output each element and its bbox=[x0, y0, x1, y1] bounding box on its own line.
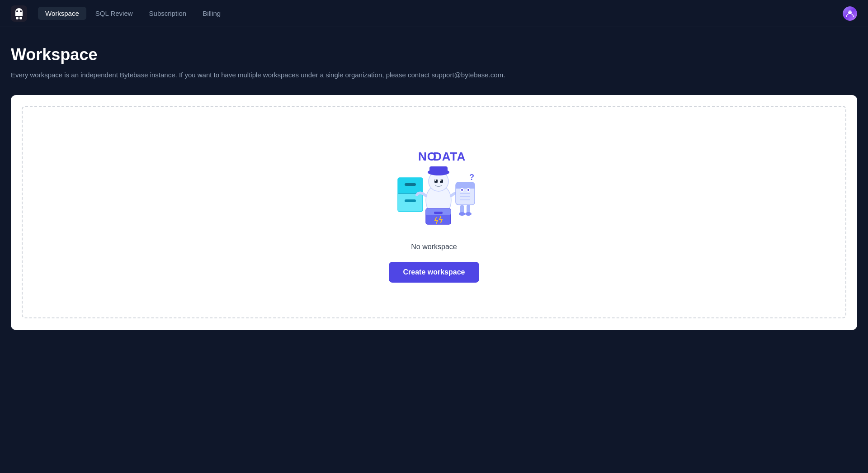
navbar: Workspace SQL Review Subscription Billin… bbox=[0, 0, 868, 27]
svg-rect-12 bbox=[405, 183, 416, 186]
svg-rect-28 bbox=[456, 185, 475, 189]
nav-logo[interactable] bbox=[11, 5, 27, 22]
svg-rect-13 bbox=[405, 199, 416, 202]
svg-text:DATA: DATA bbox=[433, 150, 466, 163]
no-workspace-label: No workspace bbox=[411, 243, 457, 251]
svg-point-21 bbox=[435, 180, 436, 181]
svg-rect-18 bbox=[429, 166, 448, 173]
nav-item-subscription[interactable]: Subscription bbox=[142, 7, 194, 20]
svg-rect-2 bbox=[15, 12, 23, 16]
svg-point-5 bbox=[16, 10, 18, 12]
empty-state-container: NO DATA bbox=[22, 106, 846, 318]
svg-point-35 bbox=[467, 189, 469, 191]
svg-point-6 bbox=[20, 10, 22, 12]
nav-item-billing[interactable]: Billing bbox=[195, 7, 228, 20]
user-avatar[interactable] bbox=[843, 6, 857, 21]
svg-point-39 bbox=[459, 212, 465, 216]
svg-point-40 bbox=[465, 212, 472, 216]
svg-text:?: ? bbox=[469, 173, 474, 182]
nav-items: Workspace SQL Review Subscription Billin… bbox=[38, 7, 228, 20]
svg-point-34 bbox=[461, 189, 463, 191]
svg-point-22 bbox=[440, 180, 442, 181]
svg-rect-25 bbox=[434, 212, 443, 214]
create-workspace-button[interactable]: Create workspace bbox=[389, 262, 480, 283]
no-data-illustration: NO DATA bbox=[384, 142, 484, 232]
main-content: Workspace Every workspace is an independ… bbox=[0, 27, 868, 348]
workspace-card: NO DATA bbox=[11, 95, 857, 330]
page-description: Every workspace is an independent Byteba… bbox=[11, 70, 644, 80]
svg-point-4 bbox=[19, 17, 22, 19]
nav-item-workspace[interactable]: Workspace bbox=[38, 7, 86, 20]
nav-item-sql-review[interactable]: SQL Review bbox=[88, 7, 140, 20]
page-title: Workspace bbox=[11, 45, 857, 64]
svg-point-3 bbox=[16, 17, 19, 19]
